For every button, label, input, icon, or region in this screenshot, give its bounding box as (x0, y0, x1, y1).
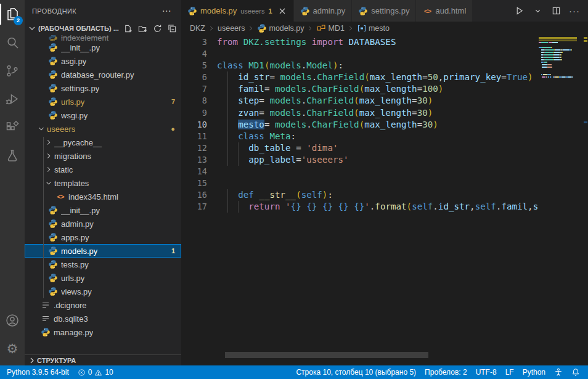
testing-icon[interactable] (0, 142, 25, 170)
code-line-5[interactable]: 5class MD1(models.Model): (181, 60, 539, 71)
source-control-icon[interactable] (0, 57, 25, 85)
tree-item-migrations[interactable]: migrations (25, 149, 181, 163)
tree-item-manage.py[interactable]: manage.py (25, 325, 181, 339)
minimap[interactable] (539, 35, 582, 365)
tree-item-static[interactable]: static (25, 163, 181, 176)
breadcrumb-useeers[interactable]: useeers (218, 24, 245, 33)
py-file-icon (48, 246, 58, 256)
tab-label: models.py (200, 6, 237, 15)
tree-item-database_roouter.py[interactable]: database_roouter.py (25, 68, 181, 81)
tree-item-tests.py[interactable]: tests.py (25, 258, 181, 271)
tree-item-urls.py[interactable]: urls.py7 (25, 95, 181, 108)
line-number[interactable]: 15 (181, 177, 207, 189)
line-number[interactable]: 10 (181, 119, 207, 131)
tree-item-indexelement[interactable]: indexelement (25, 35, 181, 41)
code-line-17[interactable]: 17 return '{} {} {} {} {}'.format(self.i… (181, 201, 539, 213)
language-mode-status[interactable]: Python (518, 365, 550, 379)
explorer-more-actions-icon[interactable]: ⋯ (160, 6, 174, 17)
line-number[interactable]: 11 (181, 131, 207, 142)
extensions-icon[interactable] (0, 113, 25, 142)
run-icon[interactable] (513, 5, 525, 17)
tree-item-useeers[interactable]: useeers● (25, 122, 181, 136)
tab-models.py[interactable]: models.pyuseeers1 (181, 0, 294, 22)
tree-item-__init__.py[interactable]: __init__.py (25, 41, 181, 54)
line-number[interactable]: 13 (181, 154, 207, 166)
refresh-icon[interactable] (152, 23, 163, 34)
tree-item-views.py[interactable]: views.py (25, 285, 181, 298)
encoding-status[interactable]: UTF-8 (472, 365, 501, 379)
line-number[interactable]: 7 (181, 83, 207, 95)
run-dropdown-icon[interactable] (531, 5, 544, 17)
tree-item-__pycache__[interactable]: __pycache__ (25, 136, 181, 149)
line-number[interactable]: 9 (181, 107, 207, 119)
python-interpreter-status[interactable]: Python 3.9.5 64-bit (2, 365, 73, 379)
tab-aud.html[interactable]: <>aud.html (416, 0, 473, 22)
collapse-all-icon[interactable] (166, 23, 178, 34)
close-icon[interactable] (277, 6, 287, 16)
code-line-11[interactable]: 11 class Meta: (181, 131, 539, 142)
explorer-icon[interactable]: 2 (0, 0, 25, 28)
search-icon[interactable] (0, 28, 25, 57)
split-editor-icon[interactable] (550, 5, 562, 17)
workspace-section-header[interactable]: (РАБОЧАЯ ОБЛАСТЬ) ... (25, 22, 181, 35)
line-number[interactable]: 16 (181, 189, 207, 201)
breadcrumb-DKZ[interactable]: DKZ (190, 24, 205, 33)
tree-item-apps.py[interactable]: apps.py (25, 230, 181, 244)
breadcrumb-separator-icon (307, 25, 313, 31)
tree-item-urls.py[interactable]: urls.py (25, 271, 181, 285)
problems-status[interactable]: 010 (73, 365, 118, 379)
tree-item-models.py[interactable]: models.py1 (25, 244, 181, 258)
bell-icon[interactable] (567, 365, 584, 379)
tab-admin.py[interactable]: admin.py (294, 0, 353, 22)
code-line-15[interactable]: 15 (181, 177, 539, 189)
line-number[interactable]: 5 (181, 60, 207, 71)
breadcrumb-models.py[interactable]: models.py (257, 23, 304, 33)
tree-item-index345.html[interactable]: <>index345.html (25, 190, 181, 203)
breadcrumb-MD1[interactable]: MD1 (316, 23, 344, 33)
code-line-16[interactable]: 16 def __str__(self): (181, 189, 539, 201)
tree-item-.dcignore[interactable]: .dcignore (25, 298, 181, 312)
tree-item-templates[interactable]: templates (25, 176, 181, 190)
code-content[interactable]: 3from DKZ.settings import DATABASES45cla… (181, 36, 539, 213)
horizontal-scrollbar[interactable] (225, 352, 428, 358)
new-folder-icon[interactable] (137, 23, 148, 34)
tree-item-asgi.py[interactable]: asgi.py (25, 54, 181, 68)
breadcrumb-mesto[interactable]: mesto (357, 23, 390, 33)
outline-section-header[interactable]: СТРУКТУРА (25, 354, 181, 365)
eol-status[interactable]: LF (501, 365, 518, 379)
line-number[interactable]: 3 (181, 36, 207, 48)
tree-item-__init__.py[interactable]: __init__.py (25, 203, 181, 217)
indentation-status[interactable]: Пробелов: 2 (420, 365, 472, 379)
code-line-8[interactable]: 8 step= models.CharField(max_length=30) (181, 95, 539, 107)
line-number[interactable]: 14 (181, 166, 207, 177)
code-line-6[interactable]: 6 id_str= models.CharField(max_length=50… (181, 71, 539, 83)
settings-gear-icon[interactable]: ⚙ (0, 335, 25, 363)
line-number[interactable]: 17 (181, 201, 207, 213)
cursor-position-status[interactable]: Строка 10, столбец 10 (выбрано 5) (292, 365, 420, 379)
code-line-3[interactable]: 3from DKZ.settings import DATABASES (181, 36, 539, 48)
code-line-7[interactable]: 7 famil= models.CharField(max_length=100… (181, 83, 539, 95)
code-line-10[interactable]: 10 mesto= models.CharField(max_length=30… (181, 119, 539, 131)
tab-settings.py[interactable]: settings.py (352, 0, 416, 22)
run-debug-icon[interactable] (0, 85, 25, 113)
line-number[interactable]: 12 (181, 142, 207, 154)
code-editor[interactable]: 3from DKZ.settings import DATABASES45cla… (181, 35, 588, 365)
code-line-4[interactable]: 4 (181, 48, 539, 60)
code-line-14[interactable]: 14 (181, 166, 539, 177)
tree-item-admin.py[interactable]: admin.py (25, 217, 181, 230)
tree-item-settings.py[interactable]: settings.py (25, 81, 181, 95)
code-line-12[interactable]: 12 db_table = 'dima' (181, 142, 539, 154)
code-line-13[interactable]: 13 app_label='useeers' (181, 154, 539, 166)
accessibility-icon[interactable] (550, 365, 567, 379)
more-actions-icon[interactable]: ··· (568, 5, 581, 17)
tree-item-wsgi.py[interactable]: wsgi.py (25, 108, 181, 122)
line-number[interactable]: 8 (181, 95, 207, 107)
new-file-icon[interactable] (122, 23, 133, 34)
minimap-token (547, 62, 547, 63)
code-line-9[interactable]: 9 zvan= models.CharField(max_length=30) (181, 107, 539, 119)
account-icon[interactable] (0, 306, 25, 335)
tree-item-db.sqlite3[interactable]: db.sqlite3 (25, 312, 181, 325)
line-number[interactable]: 4 (181, 48, 207, 60)
code-token: 100 (422, 84, 438, 94)
line-number[interactable]: 6 (181, 71, 207, 83)
